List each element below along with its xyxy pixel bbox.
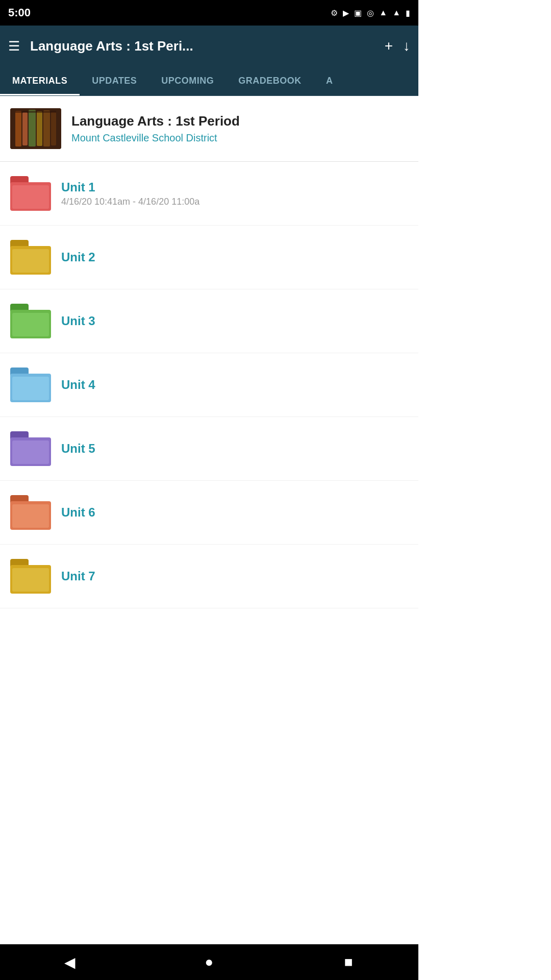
- list-item[interactable]: Unit 4: [0, 353, 418, 417]
- download-button[interactable]: ↓: [403, 38, 410, 54]
- status-time: 5:00: [8, 6, 31, 19]
- folder-icon-unit5: [10, 431, 51, 466]
- unit-date: 4/16/20 10:41am - 4/16/20 11:00a: [61, 197, 199, 207]
- svg-rect-6: [51, 112, 56, 145]
- tab-upcoming[interactable]: UPCOMING: [149, 66, 226, 95]
- play-icon: ▶: [343, 8, 349, 18]
- svg-rect-2: [22, 112, 28, 145]
- course-district: Mount Castleville School District: [71, 132, 240, 144]
- unit-name: Unit 7: [61, 569, 95, 583]
- signal-icon: ▲: [392, 8, 400, 17]
- units-list: Unit 1 4/16/20 10:41am - 4/16/20 11:00a …: [0, 162, 418, 944]
- status-icons: ⚙ ▶ ▣ ◎ ▲ ▲ ▮: [331, 8, 410, 18]
- list-item[interactable]: Unit 2: [0, 226, 418, 289]
- course-info: Language Arts : 1st Period Mount Castlev…: [71, 113, 240, 144]
- unit-info: Unit 3: [61, 314, 95, 328]
- folder-icon-unit3: [10, 304, 51, 338]
- list-item[interactable]: Unit 7: [0, 545, 418, 608]
- settings-icon: ⚙: [331, 8, 338, 18]
- unit-info: Unit 6: [61, 505, 95, 520]
- svg-rect-1: [15, 111, 21, 146]
- course-header: Language Arts : 1st Period Mount Castlev…: [0, 96, 418, 162]
- svg-rect-7: [15, 111, 56, 113]
- tab-bar: MATERIALS UPDATES UPCOMING GRADEBOOK A: [0, 66, 418, 96]
- add-button[interactable]: +: [385, 38, 393, 54]
- unit-name: Unit 3: [61, 314, 95, 328]
- list-item[interactable]: Unit 1 4/16/20 10:41am - 4/16/20 11:00a: [0, 162, 418, 226]
- unit-name: Unit 5: [61, 442, 95, 456]
- battery-icon: ▮: [406, 8, 410, 18]
- folder-icon-unit6: [10, 495, 51, 530]
- unit-name: Unit 6: [61, 505, 95, 520]
- back-button[interactable]: ◀: [57, 949, 83, 975]
- unit-info: Unit 4: [61, 378, 95, 392]
- recents-button[interactable]: ■: [336, 949, 361, 975]
- app-bar: ☰ Language Arts : 1st Peri... + ↓: [0, 26, 418, 66]
- unit-name: Unit 1: [61, 180, 199, 194]
- status-bar: 5:00 ⚙ ▶ ▣ ◎ ▲ ▲ ▮: [0, 0, 418, 26]
- folder-icon-unit7: [10, 559, 51, 594]
- folder-icon-unit4: [10, 368, 51, 402]
- app-bar-title: Language Arts : 1st Peri...: [30, 38, 374, 54]
- unit-info: Unit 1 4/16/20 10:41am - 4/16/20 11:00a: [61, 180, 199, 207]
- app-bar-actions: + ↓: [385, 38, 410, 54]
- at-icon: ◎: [367, 8, 374, 18]
- wifi-icon: ▲: [379, 8, 387, 17]
- svg-rect-4: [37, 111, 42, 146]
- unit-name: Unit 2: [61, 250, 95, 264]
- folder-icon-unit1: [10, 176, 51, 211]
- menu-button[interactable]: ☰: [8, 38, 20, 54]
- unit-info: Unit 7: [61, 569, 95, 583]
- unit-info: Unit 5: [61, 442, 95, 456]
- list-item[interactable]: Unit 5: [0, 417, 418, 481]
- home-button[interactable]: ●: [196, 949, 222, 975]
- folder-icon-unit2: [10, 240, 51, 275]
- svg-rect-5: [43, 110, 50, 146]
- tab-materials[interactable]: MATERIALS: [0, 66, 80, 95]
- tab-gradebook[interactable]: GRADEBOOK: [226, 66, 314, 95]
- nav-bar: ◀ ● ■: [0, 944, 418, 980]
- unit-info: Unit 2: [61, 250, 95, 264]
- unit-name: Unit 4: [61, 378, 95, 392]
- list-item[interactable]: Unit 3: [0, 289, 418, 353]
- list-item[interactable]: Unit 6: [0, 481, 418, 545]
- course-thumbnail: [10, 108, 61, 149]
- tab-updates[interactable]: UPDATES: [80, 66, 149, 95]
- tab-more[interactable]: A: [314, 66, 345, 95]
- clipboard-icon: ▣: [354, 8, 362, 18]
- course-title: Language Arts : 1st Period: [71, 113, 240, 129]
- svg-rect-3: [29, 110, 36, 146]
